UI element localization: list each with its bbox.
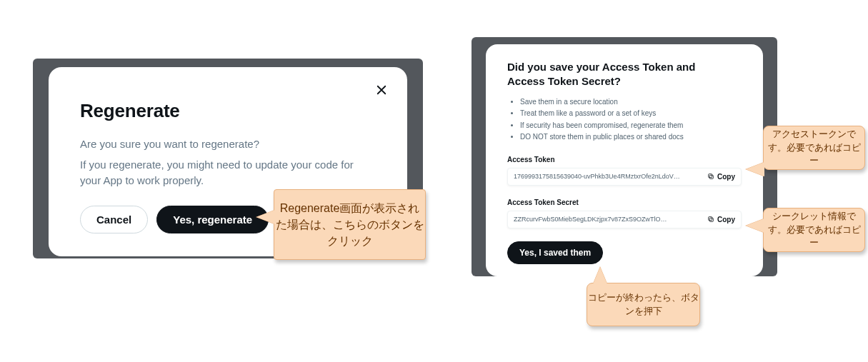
list-item: Treat them like a password or a set of k… [520, 108, 742, 119]
close-button[interactable] [371, 80, 391, 100]
regenerate-confirm-button[interactable]: Yes, regenerate [156, 206, 269, 233]
save-modal-title: Did you save your Access Token and Acces… [507, 60, 722, 89]
access-token-label: Access Token [507, 156, 742, 164]
save-modal-actions: Yes, I saved them [507, 241, 742, 264]
copy-access-token-button[interactable]: Copy [707, 173, 735, 181]
copy-label: Copy [717, 216, 735, 223]
access-token-secret-label: Access Token Secret [507, 198, 742, 206]
list-item: Save them in a secure location [520, 96, 742, 108]
modal-paragraph: If you regenerate, you might need to upd… [80, 157, 376, 188]
copy-access-token-secret-button[interactable]: Copy [707, 216, 735, 223]
svg-rect-1 [709, 174, 712, 178]
callout-access-token-hint: アクセストークンです。必要であればコピー [763, 126, 865, 170]
callout-text: アクセストークンです。必要であればコピー [764, 128, 864, 169]
callout-saved-hint: コピーが終わったら、ボタンを押下 [587, 283, 700, 326]
access-token-box: 1769993175815639040-uvPhkb3Ue4RMztxrOfe2… [507, 168, 742, 186]
modal-question: Are you sure you want to regenerate? [80, 138, 376, 150]
access-token-secret-box: ZZRcurvFwbS0MiebSegLDKzjpx7v87ZxS9OZwTlO… [507, 211, 742, 228]
access-token-secret-value: ZZRcurvFwbS0MiebSegLDKzjpx7v87ZxS9OZwTlO… [514, 216, 667, 223]
close-icon [375, 84, 388, 96]
callout-text: コピーが終わったら、ボタンを押下 [587, 291, 699, 318]
modal-title: Regenerate [80, 100, 376, 122]
svg-rect-2 [709, 218, 713, 221]
callout-text: Regenerate画面が表示された場合は、こちらのボタンをクリック [274, 200, 425, 250]
access-token-secret-block: Access Token Secret ZZRcurvFwbS0MiebSegL… [507, 198, 742, 228]
save-modal-list: Save them in a secure location Treat the… [507, 96, 742, 143]
callout-text: シークレット情報です。必要であればコピー [764, 210, 864, 251]
callout-secret-hint: シークレット情報です。必要であればコピー [763, 208, 865, 252]
saved-button[interactable]: Yes, I saved them [507, 241, 603, 264]
save-token-modal: Did you save your Access Token and Acces… [486, 44, 763, 276]
copy-icon [707, 173, 714, 180]
callout-regenerate-hint: Regenerate画面が表示された場合は、こちらのボタンをクリック [274, 189, 426, 260]
list-item: If security has been compromised, regene… [520, 120, 742, 131]
access-token-value: 1769993175815639040-uvPhkb3Ue4RMztxrOfe2… [514, 173, 682, 180]
copy-label: Copy [717, 173, 735, 181]
cancel-button[interactable]: Cancel [80, 206, 148, 233]
copy-icon [707, 216, 714, 223]
access-token-block: Access Token 1769993175815639040-uvPhkb3… [507, 156, 742, 186]
svg-rect-3 [709, 217, 712, 221]
list-item: DO NOT store them in public places or sh… [520, 131, 742, 143]
svg-rect-0 [709, 175, 713, 179]
